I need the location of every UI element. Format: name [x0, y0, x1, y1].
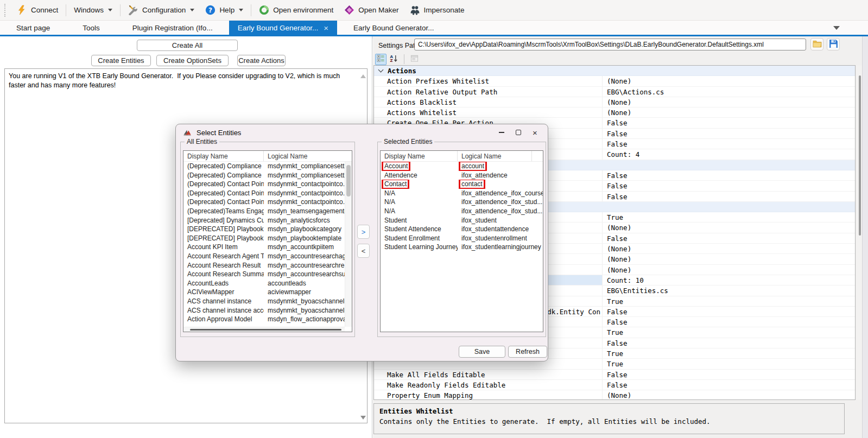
- close-button[interactable]: ×: [527, 124, 543, 141]
- column-logical-name[interactable]: Logical Name: [458, 151, 532, 161]
- toolbar-grip[interactable]: [4, 4, 7, 17]
- property-pages-button[interactable]: [409, 54, 420, 65]
- list-item[interactable]: ACIViewMapperaciviewmapper: [183, 288, 345, 297]
- all-entities-list[interactable]: Display Name Logical Name (Deprecated) C…: [183, 150, 352, 332]
- dialog-titlebar[interactable]: Select Entities ×: [176, 124, 548, 141]
- list-item[interactable]: N/Aifox_attendence_ifox_course: [381, 189, 543, 198]
- list-item[interactable]: [Deprecated] Dynamics Cus...msdyn_analyt…: [183, 216, 345, 225]
- sort-alphabetical-button[interactable]: AZ: [388, 54, 400, 65]
- move-to-selected-button[interactable]: >: [357, 225, 370, 239]
- toolbar-item-help[interactable]: ?Help: [200, 2, 249, 18]
- categorized-view-button[interactable]: [375, 54, 387, 65]
- minimize-button[interactable]: [493, 124, 510, 141]
- entity-logical-name: ifox_studentenrollment: [458, 234, 543, 243]
- toolbar-item-label: Open environment: [273, 6, 333, 14]
- list-item[interactable]: Account Research Resultmsdyn_accountrese…: [183, 261, 345, 270]
- open-settings-folder-button[interactable]: [810, 38, 823, 50]
- create-actions-button[interactable]: Create Actions: [237, 55, 286, 66]
- column-logical-name[interactable]: Logical Name: [264, 151, 352, 161]
- annotation-box: account: [460, 162, 485, 170]
- property-category-row[interactable]: Actions: [374, 66, 855, 76]
- list-item[interactable]: (Deprecated) Contact Point ...msdynmkt_c…: [183, 189, 345, 198]
- property-row[interactable]: Property Enum Mapping(None): [374, 390, 855, 400]
- maximize-button[interactable]: [510, 124, 527, 141]
- create-all-button[interactable]: Create All: [137, 40, 238, 51]
- list-item[interactable]: Student Learning Journeyifox_studentlear…: [381, 243, 543, 252]
- tab-early-bound-generator-4[interactable]: Early Bound Generator...: [337, 21, 451, 35]
- close-tab-icon[interactable]: ×: [324, 24, 328, 32]
- toolbar-item-configuration[interactable]: Configuration: [123, 2, 200, 18]
- property-value: (None): [602, 265, 855, 275]
- property-label: Make All Fields Editable: [374, 370, 602, 379]
- toolbar-item-connect[interactable]: Connect: [11, 2, 64, 18]
- list-item[interactable]: N/Aifox_attendence_ifox_stud...: [381, 198, 543, 207]
- scroll-down-arrow-icon[interactable]: [360, 416, 366, 420]
- all-entities-group: All Entities Display Name Logical Name (…: [180, 142, 355, 337]
- list-horizontal-scrollbar[interactable]: [183, 327, 345, 332]
- list-item[interactable]: (Deprecated) Contact Point ...msdynmkt_c…: [183, 180, 345, 189]
- list-item[interactable]: ACS channel instance acco...msdynmkt_byo…: [183, 306, 345, 315]
- tab-tools-1[interactable]: Tools: [66, 21, 116, 35]
- property-row[interactable]: Actions Whitelist(None): [374, 107, 855, 118]
- list-item[interactable]: (Deprecated) Compliancemsdynmkt_complian…: [183, 162, 345, 171]
- toolbar-item-open-environment[interactable]: Open environment: [254, 2, 339, 18]
- list-item[interactable]: ACS channel instancemsdynmkt_byoacschann…: [183, 297, 345, 306]
- scrollbar-thumb[interactable]: [346, 165, 351, 196]
- property-pages-icon: [410, 54, 419, 64]
- list-item[interactable]: [DEPRECATED] Playbook ...msdyn_playbookc…: [183, 225, 345, 234]
- scrollbar-thumb[interactable]: [859, 75, 861, 236]
- property-row[interactable]: Actions Blacklist(None): [374, 97, 855, 107]
- tab-overflow-chevron-icon[interactable]: [833, 26, 840, 30]
- entity-display-name: Attendence: [381, 171, 458, 180]
- list-item[interactable]: Student Attendenceifox_studentattendence: [381, 225, 543, 234]
- move-to-all-button[interactable]: <: [357, 244, 370, 258]
- save-button[interactable]: Save: [459, 346, 505, 358]
- create-entities-button[interactable]: Create Entities: [91, 55, 151, 66]
- list-item[interactable]: Account Research Summar...msdyn_accountr…: [183, 270, 345, 279]
- toolbar-item-open-maker[interactable]: Open Maker: [339, 2, 404, 18]
- list-item[interactable]: Student Enrollmentifox_studentenrollment: [381, 234, 543, 243]
- list-header[interactable]: Display Name Logical Name: [381, 151, 543, 162]
- list-item[interactable]: Accountaccount: [381, 162, 543, 171]
- list-vertical-scrollbar[interactable]: [345, 162, 352, 327]
- selected-entities-list[interactable]: Display Name Logical Name Accountaccount…: [380, 150, 543, 332]
- list-item[interactable]: (Deprecated) Contact Point ...msdynmkt_c…: [183, 198, 345, 207]
- list-item[interactable]: N/Aifox_attendence_ifox_stud...: [381, 207, 543, 216]
- list-item[interactable]: AccountLeadsaccountleads: [183, 279, 345, 288]
- entity-display-name: (Deprecated) Contact Point ...: [183, 180, 264, 189]
- list-item[interactable]: (Deprecated)Teams Engag...msdyn_teamseng…: [183, 207, 345, 216]
- tab-early-bound-generator-3[interactable]: Early Bound Generator...×: [229, 21, 337, 35]
- column-display-name[interactable]: Display Name: [183, 151, 264, 161]
- refresh-button[interactable]: Refresh: [508, 346, 547, 358]
- list-item[interactable]: Studentifox_student: [381, 216, 543, 225]
- scrollbar-thumb[interactable]: [190, 329, 341, 331]
- create-optionsets-button[interactable]: Create OptionSets: [156, 55, 229, 66]
- property-row[interactable]: Action Prefixes Whitelist(None): [374, 76, 855, 86]
- list-item[interactable]: Action Approval Modelmsdyn_flow_actionap…: [183, 315, 345, 324]
- list-item[interactable]: Contactcontact: [381, 180, 543, 189]
- list-item[interactable]: Attendenceifox_attendence: [381, 171, 543, 180]
- property-row[interactable]: Make All Fields EditableFalse: [374, 370, 855, 380]
- impersonate-icon: [410, 5, 420, 15]
- list-item[interactable]: Account Research Agent Tr...msdyn_accoun…: [183, 252, 345, 261]
- toolbar-item-label: Help: [219, 6, 235, 14]
- column-display-name[interactable]: Display Name: [381, 151, 458, 161]
- list-item[interactable]: [DEPRECATED] Playbook t...msdyn_playbook…: [183, 234, 345, 243]
- toolbar-item-windows[interactable]: Windows: [68, 2, 118, 18]
- property-row[interactable]: Make Readonly Fields EditableFalse: [374, 380, 855, 390]
- entity-logical-name: msdyn_flow_actionapprova: [264, 315, 345, 324]
- entity-logical-name: ifox_studentattendence: [458, 225, 543, 234]
- list-item[interactable]: (Deprecated) Compliancemsdynmkt_complian…: [183, 171, 345, 180]
- property-row[interactable]: Action Relative Output PathEBG\Actions.c…: [374, 87, 855, 97]
- tab-plugin-registration-ifo-2[interactable]: Plugin Registration (Ifo...: [116, 21, 229, 35]
- scroll-up-arrow-icon[interactable]: [360, 74, 366, 78]
- toolbar-item-impersonate[interactable]: Impersonate: [404, 2, 470, 18]
- window-scrollbar[interactable]: [862, 36, 868, 438]
- entity-logical-name: msdyn_playbookcategory: [264, 225, 345, 234]
- settings-path-input[interactable]: [414, 39, 806, 50]
- list-item[interactable]: Account KPI Itemmsdyn_accountkpiitem: [183, 243, 345, 252]
- tab-start-page-0[interactable]: Start page: [0, 21, 66, 35]
- list-header[interactable]: Display Name Logical Name: [183, 151, 352, 162]
- entity-display-name: Account Research Agent Tr...: [183, 252, 264, 261]
- save-settings-button[interactable]: [827, 38, 840, 50]
